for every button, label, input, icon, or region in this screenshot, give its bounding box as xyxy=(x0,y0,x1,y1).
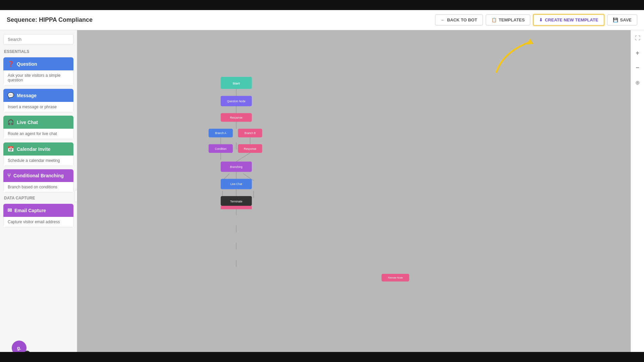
conditional-card-header: ⑂ Conditional Branching xyxy=(3,169,73,182)
conditional-card[interactable]: ⑂ Conditional Branching Branch based on … xyxy=(3,169,73,192)
email-description: Capture visitor email address xyxy=(3,217,73,227)
livechat-card[interactable]: 🎧 Live Chat Route an agent for live chat xyxy=(3,116,73,139)
svg-rect-15 xyxy=(221,96,252,106)
templates-label: TEMPLATES xyxy=(499,17,525,22)
search-input[interactable] xyxy=(3,34,73,45)
templates-button[interactable]: 📋 TEMPLATES xyxy=(486,14,531,25)
conditional-title: Conditional Branching xyxy=(13,173,64,178)
zoom-out-button[interactable]: − xyxy=(633,63,642,72)
create-label: CREATE NEW TEMPLATE xyxy=(545,17,598,22)
calendar-icon: 📅 xyxy=(7,146,14,152)
essentials-section: Essentials ❓ Question Ask your site visi… xyxy=(3,49,73,192)
svg-marker-42 xyxy=(527,39,533,45)
main-layout: Essentials ❓ Question Ask your site visi… xyxy=(0,30,644,362)
message-icon: 💬 xyxy=(7,92,14,99)
svg-rect-21 xyxy=(238,129,262,137)
essentials-label: Essentials xyxy=(3,49,73,54)
sidebar-collapse-button[interactable]: ‹ xyxy=(75,190,77,202)
calendar-description: Schedule a calendar meeting xyxy=(3,156,73,166)
svg-text:Start: Start xyxy=(233,82,240,85)
email-icon: ✉ xyxy=(7,207,12,214)
svg-rect-27 xyxy=(238,144,262,153)
fullscreen-button[interactable]: ⛶ xyxy=(633,34,642,43)
zoom-in-button[interactable]: + xyxy=(633,48,642,58)
svg-text:Branching: Branching xyxy=(230,166,243,169)
calendar-card[interactable]: 📅 Calendar Invite Schedule a calendar me… xyxy=(3,142,73,166)
email-card-header: ✉ Email Capture xyxy=(3,204,73,217)
svg-line-5 xyxy=(222,174,229,181)
header-actions: ← BACK TO BOT 📋 TEMPLATES ⬇ CREATE NEW T… xyxy=(435,14,637,26)
svg-rect-25 xyxy=(209,144,233,153)
livechat-description: Route an agent for live chat xyxy=(3,129,73,139)
svg-text:Terminate: Terminate xyxy=(230,200,243,203)
svg-line-6 xyxy=(243,174,254,181)
conditional-description: Branch based on conditions xyxy=(3,182,73,192)
svg-text:Branch A: Branch A xyxy=(215,132,226,135)
svg-text:Branch B: Branch B xyxy=(245,132,256,135)
save-label: SAVE xyxy=(620,17,632,22)
save-button[interactable]: 💾 SAVE xyxy=(607,14,637,25)
livechat-card-header: 🎧 Live Chat xyxy=(3,116,73,129)
right-toolbar: ⛶ + − ⊕ ▦ xyxy=(631,30,644,362)
question-icon: ❓ xyxy=(7,61,14,67)
email-card[interactable]: ✉ Email Capture Capture visitor email ad… xyxy=(3,204,73,227)
svg-rect-40 xyxy=(382,274,410,282)
question-card[interactable]: ❓ Question Ask your site visitors a simp… xyxy=(3,57,73,85)
message-description: Insert a message or phrase xyxy=(3,102,73,112)
livechat-icon: 🎧 xyxy=(7,119,14,125)
svg-rect-13 xyxy=(221,77,252,89)
data-capture-label: Data Capture xyxy=(3,196,73,200)
create-new-template-button[interactable]: ⬇ CREATE NEW TEMPLATE xyxy=(533,14,604,26)
svg-line-30 xyxy=(236,153,250,162)
email-title: Email Capture xyxy=(14,208,46,213)
conditional-icon: ⑂ xyxy=(7,173,11,179)
arrow-annotation xyxy=(476,32,550,79)
data-capture-section: Data Capture ✉ Email Capture Capture vis… xyxy=(3,196,73,227)
back-label: BACK TO BOT xyxy=(447,17,477,22)
svg-text:Response: Response xyxy=(230,116,243,119)
calendar-card-header: 📅 Calendar Invite xyxy=(3,142,73,156)
svg-rect-19 xyxy=(209,129,233,137)
flow-diagram: Start Question Node Response Branch A Br… xyxy=(77,30,631,362)
svg-rect-34 xyxy=(221,179,252,189)
message-card-header: 💬 Message xyxy=(3,89,73,102)
livechat-title: Live Chat xyxy=(17,120,38,125)
question-card-header: ❓ Question xyxy=(3,57,73,70)
flow-canvas[interactable]: Start Question Node Response Branch A Br… xyxy=(77,30,631,362)
message-card[interactable]: 💬 Message Insert a message or phrase xyxy=(3,89,73,112)
fit-button[interactable]: ⊕ xyxy=(633,78,642,87)
svg-rect-37 xyxy=(221,196,252,206)
svg-rect-17 xyxy=(221,113,252,122)
sidebar: Essentials ❓ Question Ask your site visi… xyxy=(0,30,77,362)
svg-rect-31 xyxy=(221,162,252,172)
calendar-title: Calendar Invite xyxy=(17,146,50,152)
download-icon: ⬇ xyxy=(539,17,543,22)
question-title: Question xyxy=(17,61,37,67)
back-to-bot-button[interactable]: ← BACK TO BOT xyxy=(435,14,483,25)
question-description: Ask your site visitors a simple question xyxy=(3,70,73,85)
svg-text:Question Node: Question Node xyxy=(227,100,246,103)
svg-text:Response: Response xyxy=(244,147,257,150)
bottom-bar xyxy=(0,352,644,362)
templates-icon: 📋 xyxy=(491,17,497,22)
back-icon: ← xyxy=(441,17,445,22)
svg-text:Condition: Condition xyxy=(215,147,227,150)
save-icon: 💾 xyxy=(613,17,618,22)
svg-rect-39 xyxy=(221,206,252,209)
svg-text:Remote Node: Remote Node xyxy=(388,276,403,279)
svg-text:Live Chat: Live Chat xyxy=(230,183,243,186)
page-title: Sequence: HIPPA Compliance xyxy=(7,16,93,23)
message-title: Message xyxy=(17,93,37,98)
